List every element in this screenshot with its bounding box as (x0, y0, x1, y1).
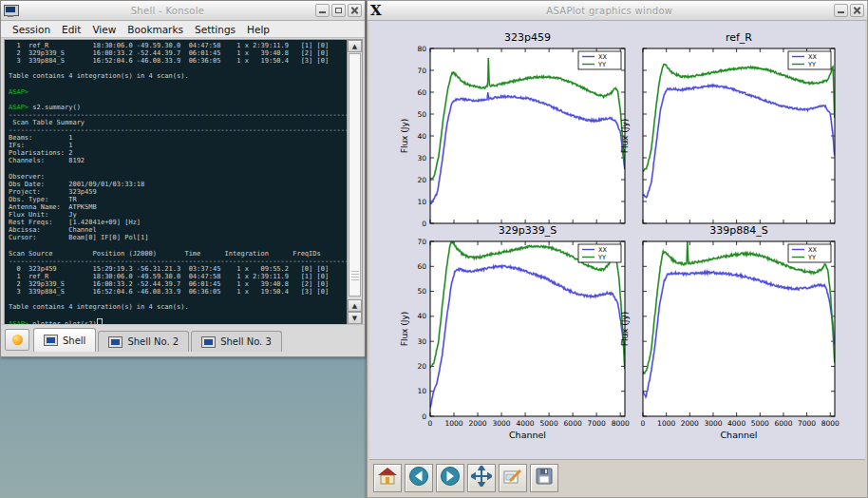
svg-text:50: 50 (417, 110, 426, 119)
back-button[interactable] (405, 464, 433, 492)
forward-icon (440, 466, 461, 490)
svg-text:80: 80 (417, 45, 426, 53)
new-session-icon (12, 335, 23, 345)
figure-canvas[interactable]: 323p45901020304050607080Flux (Jy)XXYYref… (369, 21, 865, 461)
svg-text:30: 30 (417, 154, 426, 163)
minimize-icon (319, 11, 326, 13)
svg-text:10: 10 (417, 198, 426, 206)
save-button[interactable] (530, 464, 558, 492)
scroll-up-button[interactable]: ▲ (348, 40, 362, 52)
terminal-tab-icon (44, 335, 58, 346)
new-session-button[interactable] (5, 329, 29, 351)
konsole-window-title: Shell - Konsole (22, 6, 313, 16)
minimize-icon (838, 11, 844, 13)
svg-text:6000: 6000 (774, 419, 792, 428)
svg-text:70: 70 (417, 238, 426, 246)
svg-text:50: 50 (417, 287, 426, 296)
maximize-button[interactable] (331, 4, 346, 17)
svg-text:YY: YY (807, 61, 816, 68)
asaplot-window-title: ASAPlot graphics window (387, 6, 832, 16)
menu-item-help[interactable]: Help (241, 23, 275, 36)
svg-text:1000: 1000 (444, 419, 462, 428)
svg-text:0: 0 (428, 419, 433, 428)
home-icon (377, 466, 398, 490)
scroll-down-button[interactable]: ▼ (348, 312, 362, 324)
back-icon (408, 466, 429, 490)
tab-shell-no-2[interactable]: Shell No. 2 (98, 331, 189, 352)
svg-text:2000: 2000 (681, 419, 699, 428)
menu-item-view[interactable]: View (86, 23, 122, 36)
menu-item-edit[interactable]: Edit (56, 23, 86, 36)
subplot-title-339p884_S: 339p884_S (709, 224, 767, 237)
svg-text:0: 0 (422, 412, 426, 421)
tab-label: Shell No. 3 (220, 336, 272, 347)
svg-text:8000: 8000 (612, 419, 630, 428)
svg-text:YY: YY (597, 254, 606, 261)
terminal-tab-icon (201, 336, 216, 348)
svg-text:Flux (Jy): Flux (Jy) (620, 312, 630, 347)
svg-text:Channel: Channel (509, 430, 546, 440)
tab-label: Shell (63, 335, 85, 346)
maximize-icon (335, 8, 342, 13)
subplot-title-ref_R: ref_R (726, 31, 752, 44)
konsole-titlebar[interactable]: Shell - Konsole (1, 1, 365, 21)
svg-text:60: 60 (417, 262, 426, 271)
svg-text:1000: 1000 (657, 419, 675, 428)
svg-text:0: 0 (641, 419, 646, 428)
terminal-scrollbar[interactable]: ▲ ▲ ▼ (347, 40, 362, 324)
terminal-area[interactable]: 1 ref_R 18:30:06.0 -49.59.30.0 04:47:58 … (5, 40, 347, 324)
konsole-menubar: SessionEditViewBookmarksSettingsHelp (1, 21, 365, 38)
konsole-window: Shell - Konsole SessionEditViewBookmarks… (0, 0, 366, 357)
asaplot-titlebar[interactable]: X ASAPlot graphics window (368, 1, 867, 21)
edit-button[interactable] (499, 464, 527, 492)
terminal-frame: 1 ref_R 18:30:06.0 -49.59.30.0 04:47:58 … (4, 39, 363, 325)
svg-text:40: 40 (417, 312, 426, 320)
svg-text:3000: 3000 (493, 419, 511, 428)
plot-toolbar (369, 459, 865, 495)
konsole-tabbar: ShellShell No. 2Shell No. 3 (1, 324, 365, 352)
terminal-tab-icon (108, 336, 123, 348)
scrollbar-grip (351, 271, 359, 282)
pan-icon (471, 466, 492, 490)
svg-text:40: 40 (417, 132, 426, 141)
menu-item-bookmarks[interactable]: Bookmarks (122, 23, 189, 36)
edit-icon (502, 466, 523, 490)
asaplot-window: X ASAPlot graphics window 323p4590102030… (367, 0, 868, 498)
forward-button[interactable] (436, 464, 464, 492)
konsole-app-icon (4, 5, 18, 17)
pan-button[interactable] (467, 464, 496, 492)
save-icon (534, 466, 555, 490)
close-button[interactable] (348, 4, 362, 17)
subplot-title-329p339_S: 329p339_S (499, 224, 557, 237)
svg-text:XX: XX (598, 53, 607, 61)
plot-close-button[interactable] (850, 4, 864, 17)
svg-text:8000: 8000 (821, 419, 840, 428)
svg-text:XX: XX (598, 246, 607, 254)
tab-shell[interactable]: Shell (33, 328, 96, 352)
scroll-up-button-2[interactable]: ▲ (348, 299, 362, 312)
scrollbar-thumb[interactable] (349, 53, 361, 297)
svg-text:30: 30 (417, 337, 426, 346)
tab-shell-no-3[interactable]: Shell No. 3 (191, 331, 282, 352)
svg-text:Flux (Jy): Flux (Jy) (400, 312, 409, 347)
svg-text:60: 60 (417, 88, 426, 97)
svg-text:20: 20 (417, 362, 426, 371)
svg-text:5000: 5000 (540, 419, 558, 428)
svg-text:5000: 5000 (751, 419, 769, 428)
svg-text:XX: XX (808, 246, 817, 254)
svg-text:Flux (Jy): Flux (Jy) (620, 119, 630, 154)
home-button[interactable] (373, 464, 402, 492)
svg-text:4000: 4000 (517, 419, 535, 428)
subplot-title-323p459: 323p459 (504, 31, 551, 44)
svg-text:XX: XX (808, 53, 817, 61)
menu-item-session[interactable]: Session (7, 23, 56, 36)
svg-text:70: 70 (417, 67, 426, 75)
svg-text:10: 10 (417, 387, 426, 395)
svg-text:YY: YY (597, 61, 606, 68)
minimize-button[interactable] (315, 4, 330, 17)
svg-text:0: 0 (422, 220, 426, 228)
svg-text:6000: 6000 (564, 419, 582, 428)
menu-item-settings[interactable]: Settings (189, 23, 241, 36)
x11-icon: X (370, 4, 382, 18)
plot-minimize-button[interactable] (834, 4, 848, 17)
